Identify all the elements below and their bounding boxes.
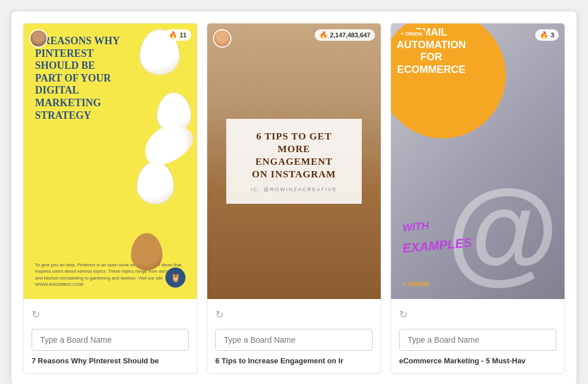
fire-icon-2: 🔥 xyxy=(319,31,328,39)
refresh-icon-2[interactable]: ↻ xyxy=(215,308,224,321)
egg-decoration-3 xyxy=(137,161,174,204)
pin-cards-container: 7 REASONS WHY PINTEREST SHOULD BE PART O… xyxy=(11,11,577,384)
card-2-image: 6 TIPS TO GET MORE ENGAGEMENT ON INSTAGR… xyxy=(207,24,381,299)
egg-brown-decoration xyxy=(131,233,163,270)
pin-card-2: 6 TIPS TO GET MORE ENGAGEMENT ON INSTAGR… xyxy=(207,23,381,374)
card-3-image-wrapper: EMAIL AUTOMATION FOR ECOMMERCE @ WITH EX… xyxy=(391,24,564,299)
fire-icon-1: 🔥 xyxy=(169,31,177,39)
board-name-input-2[interactable] xyxy=(215,329,373,351)
card-2-ig-handle: IC: @ROWINZACREATIVE xyxy=(241,187,347,192)
card-2-center-box: 6 TIPS TO GET MORE ENGAGEMENT ON INSTAGR… xyxy=(226,119,362,204)
fire-icon-3: 🔥 xyxy=(540,31,548,39)
card-1-image: 7 REASONS WHY PINTEREST SHOULD BE PART O… xyxy=(24,24,197,299)
card-2-title: 6 Tips to Increase Engagement on Ir xyxy=(215,356,373,366)
owl-badge: 🦉 xyxy=(165,267,185,288)
card-2-stats-badge: 🔥 2,147,483,647 xyxy=(315,29,375,41)
pin-card-3: EMAIL AUTOMATION FOR ECOMMERCE @ WITH EX… xyxy=(390,23,565,374)
card-1-stats-badge: 🔥 11 xyxy=(164,29,191,41)
orion-label-bottom: + ORION xyxy=(403,281,429,288)
card-1-refresh-row: ↻ xyxy=(32,306,189,323)
orange-circle: EMAIL AUTOMATION FOR ECOMMERCE xyxy=(391,24,506,138)
board-name-input-1[interactable] xyxy=(32,329,189,351)
pin-card-1: 7 REASONS WHY PINTEREST SHOULD BE PART O… xyxy=(23,23,198,374)
avatar-image-2 xyxy=(214,30,230,46)
card-2-footer: ↻ 6 Tips to Increase Engagement on Ir xyxy=(207,299,381,373)
card-1-footer: ↻ 7 Reasons Why Pinterest Should be xyxy=(24,299,197,373)
card-2-stats-count: 2,147,483,647 xyxy=(330,32,370,38)
refresh-icon-3[interactable]: ↻ xyxy=(399,308,408,321)
card-1-image-wrapper: 7 REASONS WHY PINTEREST SHOULD BE PART O… xyxy=(24,24,197,299)
card-3-stats-count: 3 xyxy=(551,32,554,38)
card-2-image-wrapper: 6 TIPS TO GET MORE ENGAGEMENT ON INSTAGR… xyxy=(207,24,381,299)
board-name-input-3[interactable] xyxy=(399,329,556,351)
with-text: WITH xyxy=(402,220,430,234)
avatar-image-1 xyxy=(30,30,47,46)
refresh-icon-1[interactable]: ↻ xyxy=(32,308,40,321)
card-1-stats-count: 11 xyxy=(180,32,187,38)
card-1-title: 7 Reasons Why Pinterest Should be xyxy=(32,356,189,366)
card-3-stats-badge: 🔥 3 xyxy=(535,29,559,41)
card-1-body: To give you an idea, Pinterest is an ope… xyxy=(35,262,185,288)
card-2-refresh-row: ↻ xyxy=(215,306,373,323)
card-3-footer: ↻ eCommerce Marketing - 5 Must-Hav xyxy=(391,299,564,373)
card-3-title: eCommerce Marketing - 5 Must-Hav xyxy=(399,356,556,366)
orion-badge: + ORION xyxy=(397,29,426,38)
card-1-avatar xyxy=(29,29,48,48)
card-2-avatar xyxy=(213,29,231,48)
card-3-image: EMAIL AUTOMATION FOR ECOMMERCE @ WITH EX… xyxy=(391,24,564,299)
card-3-refresh-row: ↻ xyxy=(399,306,556,323)
card-2-tip-text: 6 TIPS TO GET MORE ENGAGEMENT ON INSTAGR… xyxy=(241,130,347,181)
at-symbol: @ xyxy=(447,173,559,288)
